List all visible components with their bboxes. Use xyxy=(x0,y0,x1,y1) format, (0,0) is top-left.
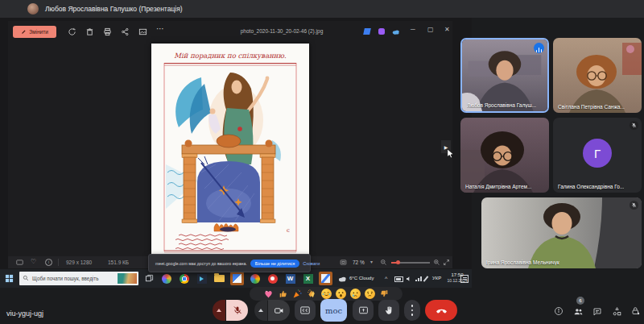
weather-text[interactable]: 6°C Cloudy xyxy=(349,276,374,280)
thumbs-up-emoji[interactable] xyxy=(278,289,288,299)
participant-name: Світлана Петрівна Санжа... xyxy=(558,104,625,110)
language-indicator[interactable]: УКР xyxy=(432,276,441,280)
network-icon[interactable] xyxy=(415,276,422,281)
meeting-details-icon[interactable] xyxy=(554,306,564,316)
start-button[interactable] xyxy=(5,274,14,283)
mic-options-button[interactable] xyxy=(213,300,225,321)
tears-of-joy-emoji[interactable] xyxy=(321,289,332,299)
battery-icon[interactable] xyxy=(394,276,403,282)
paint-app-active-icon[interactable] xyxy=(319,272,332,285)
search-highlight-thumbnail[interactable] xyxy=(118,273,137,284)
slideshow-icon[interactable] xyxy=(138,27,147,36)
share-icon[interactable] xyxy=(121,27,130,36)
participant-tile-1[interactable]: Любов Ярославівна Галуш... xyxy=(460,38,549,113)
participant-tile-3[interactable]: Наталія Дмитрівна Артем... xyxy=(460,118,549,193)
task-view-icon[interactable] xyxy=(145,274,154,283)
chat-button[interactable] xyxy=(592,307,602,317)
zoom-out-icon[interactable] xyxy=(380,259,387,266)
edit-button[interactable]: Змінити xyxy=(13,26,56,38)
chrome-app-icon[interactable] xyxy=(177,272,191,285)
favorite-heart-icon[interactable]: ♡ xyxy=(31,258,36,265)
edit-button-label: Змінити xyxy=(29,29,48,35)
hide-notification-link[interactable]: Сховати xyxy=(303,261,320,266)
crying-emoji[interactable] xyxy=(350,289,361,299)
mic-button[interactable] xyxy=(226,300,248,321)
photos-app-active-icon[interactable] xyxy=(230,272,244,285)
participant-2-video xyxy=(553,38,642,113)
action-center-icon[interactable] xyxy=(460,275,469,283)
weather-cloud-icon[interactable] xyxy=(338,276,347,282)
participant-5-video xyxy=(481,197,642,268)
tray-chevron-icon[interactable]: ^ xyxy=(385,276,387,281)
end-call-icon xyxy=(436,305,448,317)
image-file-size: 151.9 КБ xyxy=(108,260,129,265)
participant-tile-4[interactable]: Г Галина Олександрівна Го... xyxy=(553,118,642,193)
zoom-in-icon[interactable] xyxy=(433,259,440,266)
sparkling-heart-emoji[interactable] xyxy=(263,289,274,299)
search-placeholder: Щоби почати пошук, введіть xyxy=(32,276,98,281)
more-options-button[interactable] xyxy=(404,300,420,321)
participant-avatar-circle: Г xyxy=(583,139,612,168)
search-icon xyxy=(23,275,29,281)
screen-share-notification: meet.google.com має доступ до вашого екр… xyxy=(148,254,311,272)
mouse-cursor xyxy=(447,148,454,158)
artwork-title: Мій порадник по спілкуванню. xyxy=(174,52,287,60)
rotate-icon[interactable] xyxy=(68,27,76,36)
camera-button[interactable] xyxy=(268,300,290,321)
browser-profile-icon[interactable] xyxy=(248,272,262,285)
info-icon[interactable]: i xyxy=(45,259,52,266)
leave-call-button[interactable] xyxy=(425,300,457,321)
participant-3-video xyxy=(460,118,549,193)
raise-hand-button[interactable] xyxy=(378,300,399,321)
close-icon[interactable]: ✕ xyxy=(444,26,450,33)
participant-name: Наталія Дмитрівна Артем... xyxy=(465,184,531,189)
audio-indicator xyxy=(534,43,544,53)
party-popper-emoji[interactable] xyxy=(292,289,303,299)
participant-tile-5[interactable]: Ірина Ярославівна Мельничук xyxy=(481,197,642,268)
fullscreen-icon[interactable] xyxy=(443,259,450,266)
red-circle-app-icon[interactable] xyxy=(266,272,279,285)
camera-icon xyxy=(274,305,284,316)
print-icon[interactable] xyxy=(103,27,112,36)
excel-app-icon[interactable]: X xyxy=(301,272,315,285)
zoom-level[interactable]: 72 % xyxy=(353,260,365,265)
participants-button[interactable] xyxy=(573,306,584,317)
word-app-icon[interactable]: W xyxy=(283,272,297,285)
photos-pinwheel-app-icon[interactable] xyxy=(159,272,173,285)
captions-button[interactable] xyxy=(295,300,316,321)
clapping-hands-emoji[interactable] xyxy=(307,289,317,299)
avatar-letter: Г xyxy=(594,147,601,160)
participant-name: Ірина Ярославівна Мельничук xyxy=(486,260,559,265)
blue-app-icon[interactable] xyxy=(363,28,371,35)
astonished-emoji[interactable] xyxy=(336,289,346,299)
zoom-slider[interactable] xyxy=(391,262,430,264)
maximize-icon[interactable]: ▢ xyxy=(427,26,434,33)
activities-button[interactable] xyxy=(612,306,622,317)
meet-window: Любов Ярославівна Галушко (Презентація) … xyxy=(0,0,644,324)
fit-to-window-icon[interactable] xyxy=(340,259,347,266)
zoom-dropdown-icon[interactable]: ▾ xyxy=(370,259,373,264)
participant-tile-2[interactable]: Світлана Петрівна Санжа... xyxy=(553,38,642,113)
minimize-icon[interactable]: ─ xyxy=(411,26,415,33)
photo-viewer-window: Змінити ⋯ photo_2020-11-30_20-02-46 (2).… xyxy=(8,21,452,268)
purple-app-icon[interactable] xyxy=(378,28,385,35)
speaker-icon[interactable] xyxy=(406,276,412,282)
camera-options-button[interactable] xyxy=(254,300,267,321)
thinking-emoji[interactable] xyxy=(365,289,375,299)
stop-sharing-button[interactable]: Більше не ділитися xyxy=(250,260,300,268)
present-button[interactable] xyxy=(353,300,374,321)
svg-text:Є: Є xyxy=(287,228,290,233)
onedrive-cloud-icon[interactable] xyxy=(392,29,400,35)
zoom-slider-thumb[interactable] xyxy=(396,260,400,264)
file-explorer-icon[interactable] xyxy=(213,272,226,285)
toolbar-more-icon[interactable]: ⋯ xyxy=(156,24,164,33)
thumbs-down-emoji[interactable] xyxy=(379,289,390,299)
reactions-panel-button[interactable]: moc xyxy=(320,299,347,322)
filmstrip-icon[interactable] xyxy=(16,260,23,265)
taskbar-search[interactable]: Щоби почати пошук, введіть xyxy=(19,272,138,285)
media-app-icon[interactable] xyxy=(195,272,208,285)
delete-icon[interactable] xyxy=(85,27,94,36)
artwork-poem-lines xyxy=(175,235,229,250)
pen-icon[interactable] xyxy=(423,276,429,281)
host-controls-lock-icon[interactable] xyxy=(631,306,641,316)
